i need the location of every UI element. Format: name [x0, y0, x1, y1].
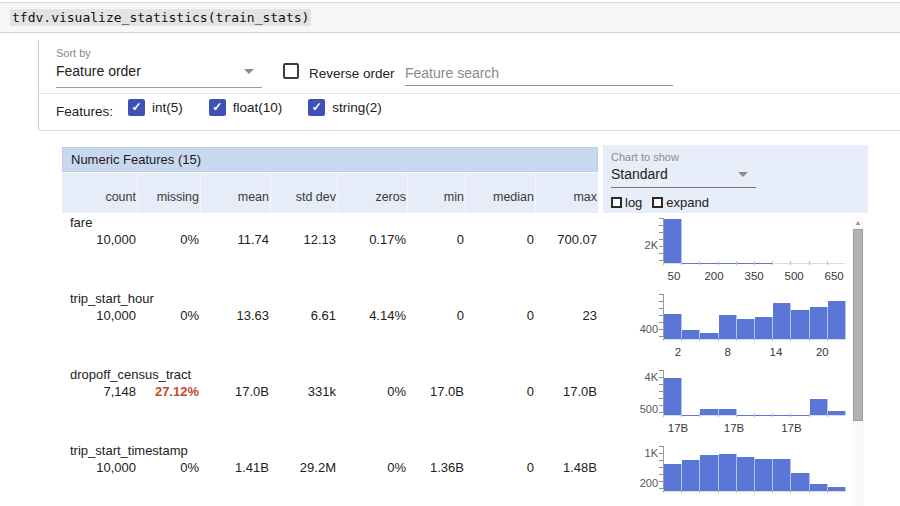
value-cell: 17.0B	[200, 384, 270, 399]
sort-by-dropdown[interactable]: Feature order	[56, 63, 262, 79]
value-cell: 0.17%	[337, 232, 407, 247]
histogram-bar	[737, 319, 755, 339]
value-cell: 0	[465, 232, 535, 247]
value-cell: 13.63	[200, 308, 270, 323]
x-tick-label: 650	[812, 270, 853, 282]
feature-type-filter[interactable]: ✓string(2)	[308, 99, 382, 116]
value-cell: 0%	[337, 460, 407, 475]
code-cell[interactable]: tfdv.visualize_statistics(train_stats)	[0, 2, 900, 33]
feature-type-filter[interactable]: ✓int(5)	[128, 99, 183, 116]
x-tick-label: 2	[656, 346, 700, 358]
histogram-bar	[719, 454, 737, 492]
value-cell: 12.13	[270, 232, 337, 247]
scrollbar-thumb[interactable]	[853, 229, 863, 421]
y-tick-label: 2K	[606, 239, 658, 251]
histogram-bar	[737, 457, 755, 492]
column-header: median	[465, 173, 535, 213]
code-text: tfdv.visualize_statistics(train_stats)	[10, 9, 311, 26]
value-cell: 10,000	[62, 232, 137, 247]
expand-toggle[interactable]: expand	[652, 195, 709, 210]
value-cell: 1.36B	[407, 460, 465, 475]
histogram-bar	[719, 315, 737, 339]
column-header: zeros	[337, 173, 407, 213]
x-tick-label: 200	[692, 270, 736, 282]
sort-by-value: Feature order	[56, 63, 141, 79]
feature-values: 7,14827.12%17.0B331k0%17.0B017.0B	[62, 384, 598, 399]
chart-to-show-label: Chart to show	[611, 151, 679, 163]
histogram-bar	[755, 459, 773, 491]
histogram-plot[interactable]: 4K50017B17B17B	[663, 370, 845, 415]
table-row: trip_start_timestamp10,0000%1.41B29.2M0%…	[62, 441, 598, 506]
charts-scrollbar[interactable]: ▲	[852, 216, 864, 506]
column-header: count	[62, 173, 137, 213]
log-checkbox[interactable]	[611, 197, 622, 208]
features-label: Features:	[56, 104, 113, 119]
checkbox-checked-icon[interactable]: ✓	[308, 99, 325, 116]
table-title: Numeric Features (15)	[62, 147, 598, 172]
expand-label: expand	[666, 195, 709, 210]
value-cell: 0%	[137, 232, 200, 247]
feature-type-label: string(2)	[332, 100, 382, 115]
value-cell: 1.41B	[200, 460, 270, 475]
chart-type-underline	[611, 187, 756, 188]
x-tick-label: 50	[652, 270, 696, 282]
feature-name: fare	[70, 215, 92, 230]
chart-controls-panel: Chart to show Standard log expand	[603, 145, 868, 213]
histogram-plot[interactable]: 1K200	[663, 446, 845, 491]
x-tick-label: 14	[754, 346, 798, 358]
histogram-bar	[700, 455, 718, 491]
feature-name: trip_start_hour	[70, 291, 154, 306]
value-cell: 0%	[137, 308, 200, 323]
x-axis-ticks	[663, 413, 845, 417]
feature-type-label: int(5)	[152, 100, 183, 115]
table-row: fare10,0000%11.7412.130.17%00700.07	[62, 213, 598, 289]
value-cell: 10,000	[62, 308, 137, 323]
y-axis-ticks	[659, 370, 663, 415]
value-cell: 29.2M	[270, 460, 337, 475]
histogram-plot[interactable]: 400281420	[663, 294, 845, 339]
value-cell: 0	[407, 308, 465, 323]
y-axis-ticks	[659, 446, 663, 491]
column-header: missing	[137, 173, 200, 213]
value-cell: 0%	[137, 460, 200, 475]
value-cell: 0	[407, 232, 465, 247]
value-cell: 700.07	[535, 232, 598, 247]
log-toggle[interactable]: log	[611, 195, 642, 210]
value-cell: 331k	[270, 384, 337, 399]
chevron-down-icon	[244, 69, 254, 74]
histogram-bar	[664, 219, 682, 263]
x-axis-ticks	[663, 337, 845, 341]
histogram-dropoff_census_tract: 4K50017B17B17B	[603, 367, 853, 443]
feature-type-filters: ✓int(5)✓float(10)✓string(2)	[128, 99, 382, 116]
value-cell: 4.14%	[337, 308, 407, 323]
y-axis-ticks	[659, 294, 663, 339]
x-tick-label: 17B	[656, 422, 700, 434]
chart-type-dropdown[interactable]: Standard	[611, 166, 756, 182]
column-header: std dev	[270, 173, 337, 213]
log-label: log	[625, 195, 642, 210]
checkbox-checked-icon[interactable]: ✓	[128, 99, 145, 116]
reverse-order-checkbox[interactable]	[283, 63, 299, 79]
x-tick-label: 20	[800, 346, 844, 358]
expand-checkbox[interactable]	[652, 197, 663, 208]
scroll-up-icon[interactable]: ▲	[852, 216, 864, 229]
histogram-fare: 2K50200350500650	[603, 215, 853, 291]
feature-values: 10,0000%1.41B29.2M0%1.36B01.48B	[62, 460, 598, 475]
x-axis-ticks	[663, 261, 845, 265]
y-tick-label: 4K	[606, 371, 658, 383]
histogram-plot[interactable]: 2K50200350500650	[663, 218, 845, 263]
checkbox-checked-icon[interactable]: ✓	[209, 99, 226, 116]
value-cell: 27.12%	[137, 384, 200, 399]
feature-type-filter[interactable]: ✓float(10)	[209, 99, 283, 116]
histogram-bar	[791, 310, 809, 339]
value-cell: 0	[465, 384, 535, 399]
tfdv-statistics-widget: tfdv.visualize_statistics(train_stats) S…	[0, 0, 900, 506]
feature-name: trip_start_timestamp	[70, 443, 188, 458]
y-tick-label: 500	[606, 403, 658, 415]
value-cell: 23	[535, 308, 598, 323]
feature-search-input[interactable]	[405, 60, 673, 86]
x-tick-label: 17B	[712, 422, 756, 434]
sort-by-underline	[56, 87, 262, 88]
x-tick-label: 8	[706, 346, 750, 358]
feature-values: 10,0000%11.7412.130.17%00700.07	[62, 232, 598, 247]
